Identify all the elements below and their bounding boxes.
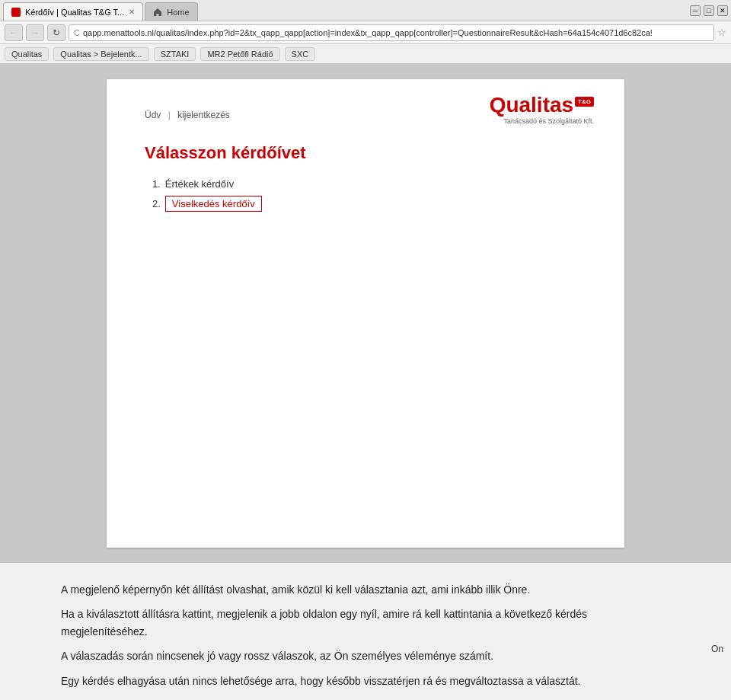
- list-item: 1. Értékek kérdőív: [152, 178, 586, 190]
- bookmark-sxc[interactable]: SXC: [285, 47, 316, 61]
- list-item: 2. Viselkedés kérdőív: [152, 196, 586, 212]
- logo-qualitas: Qualitas T&G: [490, 94, 594, 116]
- window-controls: ─ □ ✕: [690, 5, 728, 16]
- page-content: Qualitas T&G Tanácsadó és Szolgáltató Kf…: [0, 64, 731, 563]
- tab-active[interactable]: Kérdőív | Qualitas T&G T... ✕: [3, 2, 143, 21]
- bottom-paragraph-1: A megjelenő képernyőn két állítást olvas…: [61, 581, 670, 598]
- nav-separator: |: [168, 110, 171, 120]
- page-heading: Válasszon kérdőívet: [145, 143, 586, 163]
- bottom-paragraph-3: A válaszadás során nincsenek jó vagy ros…: [61, 647, 670, 664]
- bookmarks-bar: Qualitas Qualitas > Bejelentk... SZTAKI …: [0, 44, 731, 64]
- restore-button[interactable]: □: [704, 5, 714, 16]
- list-number-2: 2.: [152, 198, 161, 209]
- address-bar[interactable]: C qapp.menattools.nl/qualitas/index.php?…: [69, 24, 714, 41]
- reload-button[interactable]: ↻: [47, 24, 65, 41]
- white-card: Qualitas T&G Tanácsadó és Szolgáltató Kf…: [107, 79, 624, 548]
- bookmark-star-icon[interactable]: ☆: [717, 27, 726, 38]
- nav-udv[interactable]: Üdv: [145, 110, 161, 120]
- tab-label: Kérdőív | Qualitas T&G T...: [25, 8, 124, 17]
- corner-label: On: [711, 644, 723, 654]
- list-number-1: 1.: [152, 178, 161, 190]
- questionnaire-link-2[interactable]: Viselkedés kérdőív: [165, 196, 262, 212]
- questionnaire-link-1[interactable]: Értékek kérdőív: [165, 178, 234, 190]
- tab-close-button[interactable]: ✕: [129, 8, 135, 16]
- bookmark-mr2[interactable]: MR2 Petőfi Rádió: [200, 47, 279, 61]
- tab-home[interactable]: Home: [145, 2, 197, 21]
- tab-favicon-icon: [11, 8, 21, 17]
- tab-home-label: Home: [167, 8, 189, 17]
- logo-area: Qualitas T&G Tanácsadó és Szolgáltató Kf…: [490, 94, 594, 126]
- bookmark-bejelentk[interactable]: Qualitas > Bejelentk...: [53, 47, 148, 61]
- title-bar: Kérdőív | Qualitas T&G T... ✕ Home ─ □ ✕: [0, 0, 731, 21]
- logo-subtitle: Tanácsadó és Szolgáltató Kft.: [490, 117, 594, 126]
- bottom-paragraph-4: Egy kérdés elhagyása után nincs lehetősé…: [61, 673, 670, 689]
- forward-button[interactable]: →: [26, 24, 44, 41]
- bottom-text-area: A megjelenő képernyőn két állítást olvas…: [0, 563, 731, 700]
- questionnaire-list: 1. Értékek kérdőív 2. Viselkedés kérdőív: [152, 178, 586, 212]
- minimize-button[interactable]: ─: [690, 5, 701, 16]
- home-icon: [153, 8, 162, 17]
- bookmark-qualitas[interactable]: Qualitas: [5, 47, 49, 61]
- nav-bar: ← → ↻ C qapp.menattools.nl/qualitas/inde…: [0, 21, 731, 44]
- back-button[interactable]: ←: [5, 24, 23, 41]
- bottom-paragraph-2: Ha a kiválasztott állításra kattint, meg…: [61, 606, 670, 640]
- close-button[interactable]: ✕: [717, 5, 728, 16]
- logo-text: Qualitas: [490, 94, 573, 116]
- nav-kijelentkezes[interactable]: kijelentkezés: [177, 110, 230, 120]
- address-text: qapp.menattools.nl/qualitas/index.php?id…: [83, 28, 653, 37]
- tab-area: Kérdőív | Qualitas T&G T... ✕ Home: [3, 0, 198, 21]
- browser-chrome: Kérdőív | Qualitas T&G T... ✕ Home ─ □ ✕…: [0, 0, 731, 64]
- lock-icon: C: [74, 28, 80, 37]
- bookmark-sztaki[interactable]: SZTAKI: [154, 47, 196, 61]
- logo-tg-badge: T&G: [575, 97, 594, 107]
